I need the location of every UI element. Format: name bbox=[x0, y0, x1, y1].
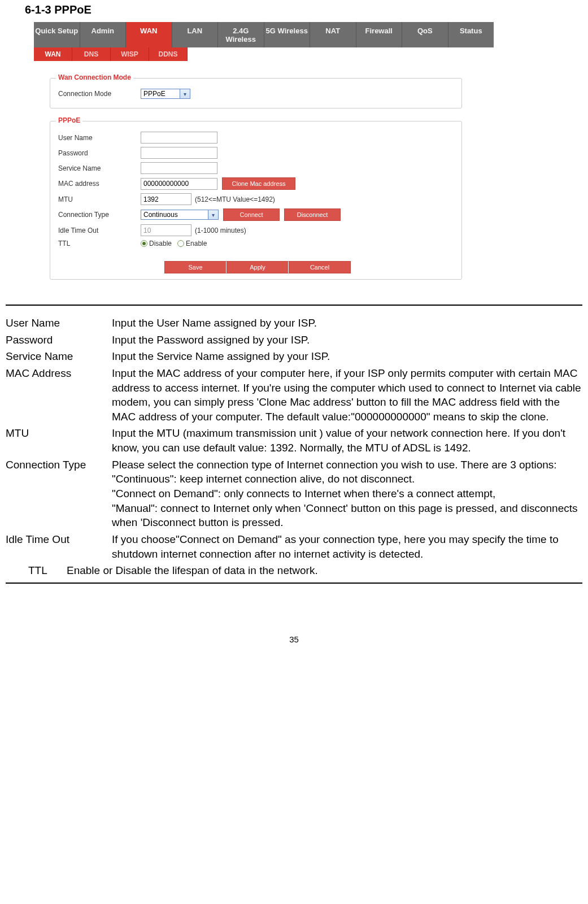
description-def: Input the Service Name assigned by your … bbox=[112, 349, 582, 364]
main-tab-nat[interactable]: NAT bbox=[310, 22, 356, 47]
ttl-disable-radio[interactable] bbox=[141, 240, 147, 247]
description-term: MTU bbox=[6, 426, 112, 455]
fieldset-legend: Wan Connection Mode bbox=[56, 73, 133, 81]
label-mac: MAC address bbox=[58, 180, 141, 188]
connection-type-select[interactable]: Continuous ▾ bbox=[141, 210, 219, 220]
description-term: TTL bbox=[6, 563, 67, 578]
mtu-input[interactable] bbox=[141, 193, 191, 205]
description-row: Connection TypePlease select the connect… bbox=[6, 458, 582, 530]
label-mtu: MTU bbox=[58, 195, 141, 203]
select-value: Continuous bbox=[141, 210, 208, 220]
description-term: MAC Address bbox=[6, 366, 112, 424]
main-tab-5g-wireless[interactable]: 5G Wireless bbox=[264, 22, 311, 47]
description-def: Please select the connection type of Int… bbox=[112, 458, 582, 530]
ttl-disable-label: Disable bbox=[149, 240, 172, 247]
section-title: 6-1-3 PPPoE bbox=[25, 3, 585, 16]
password-input[interactable] bbox=[141, 147, 217, 159]
sub-tab-dns[interactable]: DNS bbox=[72, 47, 111, 61]
description-term: Password bbox=[6, 333, 112, 347]
description-def: If you choose"Connect on Demand" as your… bbox=[112, 532, 582, 561]
disconnect-button[interactable]: Disconnect bbox=[284, 208, 341, 221]
main-tab-2-4g-wireless[interactable]: 2.4G Wireless bbox=[218, 22, 264, 47]
router-screenshot: Quick SetupAdminWANLAN2.4G Wireless5G Wi… bbox=[34, 22, 494, 297]
fieldset-legend: PPPoE bbox=[56, 116, 82, 124]
idle-input[interactable] bbox=[141, 224, 191, 236]
description-term: Connection Type bbox=[6, 458, 112, 530]
description-def: Enable or Disable the lifespan of data i… bbox=[67, 563, 582, 578]
select-value: PPPoE bbox=[141, 89, 180, 99]
label-connection-type: Connection Type bbox=[58, 211, 141, 219]
mac-input[interactable] bbox=[141, 178, 217, 190]
description-row: Idle Time OutIf you choose"Connect on De… bbox=[6, 532, 582, 561]
sub-tab-wisp[interactable]: WISP bbox=[111, 47, 149, 61]
description-def: Input the Password assigned by your ISP. bbox=[112, 333, 582, 347]
description-row: MTUInput the MTU (maximum transmission u… bbox=[6, 426, 582, 455]
service-name-input[interactable] bbox=[141, 162, 217, 174]
description-term: Idle Time Out bbox=[6, 532, 112, 561]
sub-tab-ddns[interactable]: DDNS bbox=[149, 47, 188, 61]
main-tab-wan[interactable]: WAN bbox=[126, 22, 172, 47]
connection-mode-select[interactable]: PPPoE ▾ bbox=[141, 89, 190, 99]
wan-connection-mode-fieldset: Wan Connection Mode Connection Mode PPPo… bbox=[50, 78, 462, 108]
user-name-input[interactable] bbox=[141, 132, 217, 144]
save-button[interactable]: Save bbox=[164, 261, 227, 273]
chevron-down-icon: ▾ bbox=[180, 89, 190, 99]
apply-button[interactable]: Apply bbox=[227, 261, 289, 273]
description-row: MAC AddressInput the MAC address of your… bbox=[6, 366, 582, 424]
main-tab-admin[interactable]: Admin bbox=[80, 22, 127, 47]
pppoe-fieldset: PPPoE User Name Password Service Name MA… bbox=[50, 121, 462, 280]
description-def: Input the MTU (maximum transmission unit… bbox=[112, 426, 582, 455]
divider bbox=[6, 583, 582, 584]
connect-button[interactable]: Connect bbox=[223, 208, 280, 221]
idle-hint: (1-1000 minutes) bbox=[195, 227, 246, 234]
ttl-enable-radio[interactable] bbox=[177, 240, 184, 247]
label-user-name: User Name bbox=[58, 134, 141, 142]
label-service-name: Service Name bbox=[58, 164, 141, 172]
label-idle: Idle Time Out bbox=[58, 227, 141, 234]
main-tab-quick-setup[interactable]: Quick Setup bbox=[34, 22, 80, 47]
description-row: PasswordInput the Password assigned by y… bbox=[6, 333, 582, 347]
main-tab-firewall[interactable]: Firewall bbox=[356, 22, 403, 47]
label-ttl: TTL bbox=[58, 240, 141, 247]
chevron-down-icon: ▾ bbox=[208, 210, 219, 220]
main-tab-status[interactable]: Status bbox=[448, 22, 494, 47]
clone-mac-button[interactable]: Clone Mac address bbox=[222, 177, 295, 190]
description-term: User Name bbox=[6, 316, 112, 331]
description-term: Service Name bbox=[6, 349, 112, 364]
description-row: TTLEnable or Disable the lifespan of dat… bbox=[6, 563, 582, 578]
divider bbox=[6, 305, 582, 306]
ttl-enable-label: Enable bbox=[186, 240, 207, 247]
page-number: 35 bbox=[3, 634, 585, 655]
main-tab-lan[interactable]: LAN bbox=[172, 22, 219, 47]
main-tab-qos[interactable]: QoS bbox=[402, 22, 448, 47]
label-connection-mode: Connection Mode bbox=[58, 90, 141, 98]
description-row: Service NameInput the Service Name assig… bbox=[6, 349, 582, 364]
sub-tab-wan[interactable]: WAN bbox=[34, 47, 72, 61]
description-row: User NameInput the User Name assigned by… bbox=[6, 316, 582, 331]
cancel-button[interactable]: Cancel bbox=[289, 261, 351, 273]
label-password: Password bbox=[58, 149, 141, 157]
description-def: Input the MAC address of your computer h… bbox=[112, 366, 582, 424]
mtu-hint: (512<=MTU Value<=1492) bbox=[195, 195, 275, 203]
description-def: Input the User Name assigned by your ISP… bbox=[112, 316, 582, 331]
